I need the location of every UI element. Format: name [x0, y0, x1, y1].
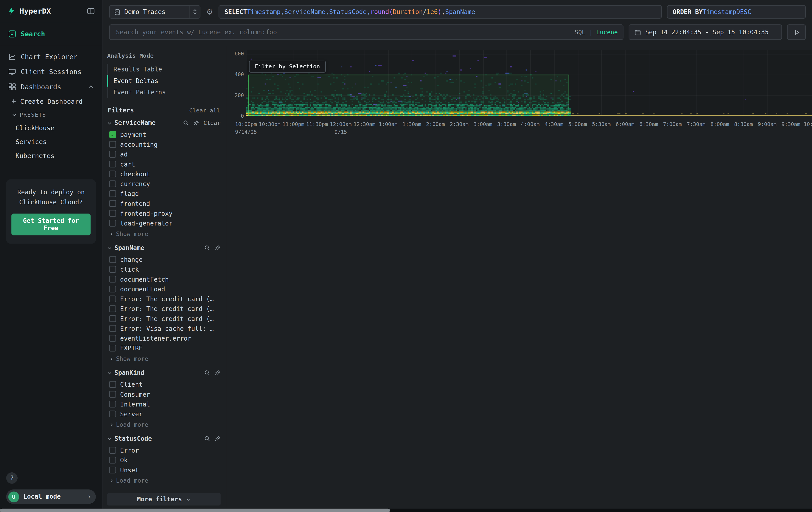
presets-section-toggle[interactable]: PRESETS [0, 108, 102, 121]
facet-more-link[interactable]: Load more [107, 475, 221, 484]
checkbox[interactable] [109, 210, 116, 217]
chevron-down-icon[interactable] [107, 436, 112, 441]
facet-item[interactable]: Server [107, 409, 221, 419]
checkbox[interactable] [109, 170, 116, 177]
facet-item[interactable]: currency [107, 179, 221, 189]
facet-clear-link[interactable]: Clear [203, 119, 221, 126]
checkbox[interactable] [109, 161, 116, 167]
checkbox[interactable] [109, 286, 116, 292]
facet-item[interactable]: cart [107, 159, 221, 169]
facet-item[interactable]: flagd [107, 189, 221, 198]
checkbox[interactable] [109, 391, 116, 398]
facet-item[interactable]: EXPIRE [107, 343, 221, 353]
clear-all-filters-link[interactable]: Clear all [189, 107, 220, 114]
facet-item[interactable]: Error: The credit card (… [107, 304, 221, 314]
facet-pin-icon[interactable] [214, 435, 221, 442]
facet-item[interactable]: Error: Visa cache full: … [107, 323, 221, 333]
order-by-input[interactable]: ORDER BY Timestamp DESC [667, 5, 806, 19]
checkbox[interactable] [109, 180, 116, 187]
checkbox[interactable] [109, 305, 116, 312]
tab-event-patterns[interactable]: Event Patterns [107, 87, 221, 98]
checkbox[interactable] [109, 457, 116, 463]
checkbox[interactable] [109, 276, 116, 282]
chevron-down-icon[interactable] [107, 371, 112, 375]
sidebar-item-dashboards[interactable]: Dashboards [0, 79, 102, 95]
facet-item[interactable]: load-generator [107, 218, 221, 228]
checkbox[interactable] [109, 141, 116, 147]
facet-more-link[interactable]: Show more [107, 228, 221, 238]
facet-item[interactable]: ad [107, 150, 221, 159]
facet-item[interactable]: change [107, 255, 221, 265]
sidebar-item-search[interactable]: Search [0, 22, 102, 46]
tab-results-table[interactable]: Results Table [107, 64, 221, 75]
facet-item[interactable]: Internal [107, 399, 221, 409]
facet-item[interactable]: frontend [107, 198, 221, 208]
preset-item-clickhouse[interactable]: ClickHouse [0, 121, 102, 135]
chart-selection[interactable] [248, 75, 569, 116]
horizontal-scrollbar-thumb[interactable] [0, 509, 390, 512]
checkbox[interactable] [109, 466, 116, 473]
preset-item-kubernetes[interactable]: Kubernetes [0, 149, 102, 163]
checkbox[interactable] [109, 296, 116, 302]
sidebar-item-client-sessions[interactable]: Client Sessions [0, 64, 102, 79]
run-query-button[interactable] [787, 24, 806, 40]
checkbox[interactable] [109, 220, 116, 226]
facet-item[interactable]: Consumer [107, 389, 221, 399]
checkbox[interactable] [109, 325, 116, 332]
facet-item[interactable]: Error [107, 446, 221, 455]
sidebar-item-chart-explorer[interactable]: Chart Explorer [0, 49, 102, 64]
facet-item[interactable]: Client [107, 380, 221, 389]
checkbox[interactable] [109, 266, 116, 273]
checkbox[interactable] [109, 200, 116, 207]
facet-item[interactable]: eventListener.error [107, 333, 221, 343]
facet-item[interactable]: Error: The credit card (… [107, 314, 221, 323]
user-menu[interactable]: U Local mode › [6, 489, 96, 504]
facet-item[interactable]: checkout [107, 169, 221, 179]
facet-pin-icon[interactable] [214, 370, 221, 376]
lucene-mode-toggle[interactable]: Lucene [596, 28, 618, 36]
facet-item[interactable]: accounting [107, 140, 221, 150]
get-started-button[interactable]: Get Started for Free [11, 214, 90, 236]
sql-mode-toggle[interactable]: SQL [575, 28, 585, 36]
chevron-down-icon[interactable] [107, 120, 112, 125]
facet-search-icon[interactable] [183, 120, 189, 126]
facet-item[interactable]: frontend-proxy [107, 208, 221, 218]
facet-search-icon[interactable] [204, 370, 210, 376]
checkbox[interactable] [109, 401, 116, 407]
filter-by-selection-button[interactable]: Filter by Selection [249, 60, 325, 73]
checkbox[interactable] [109, 381, 116, 388]
facet-item[interactable]: Ok [107, 455, 221, 465]
facet-item[interactable]: documentFetch [107, 274, 221, 284]
help-button[interactable]: ? [6, 473, 18, 484]
facet-search-icon[interactable] [204, 435, 210, 442]
select-clause-input[interactable]: SELECT Timestamp, ServiceName, StatusCod… [219, 5, 662, 19]
facet-more-link[interactable]: Load more [107, 419, 221, 428]
facet-more-link[interactable]: Show more [107, 353, 221, 362]
collapse-sidebar-icon[interactable] [87, 7, 95, 15]
search-input[interactable] [115, 28, 571, 36]
facet-item[interactable]: Error: The credit card (… [107, 294, 221, 304]
more-filters-button[interactable]: More filters [107, 493, 221, 506]
checkbox[interactable] [109, 335, 116, 342]
checkbox[interactable] [109, 151, 116, 158]
date-range-picker[interactable]: Sep 14 22:04:35 - Sep 15 10:04:35 [629, 24, 782, 40]
chevron-down-icon[interactable] [107, 246, 112, 250]
preset-item-services[interactable]: Services [0, 135, 102, 149]
facet-pin-icon[interactable] [193, 120, 199, 126]
checkbox[interactable] [109, 447, 116, 454]
source-select[interactable]: Demo Traces [109, 5, 200, 19]
checkbox[interactable] [109, 315, 116, 322]
facet-search-icon[interactable] [204, 245, 210, 251]
create-dashboard-button[interactable]: Create Dashboard [0, 95, 102, 108]
checkbox[interactable] [109, 345, 116, 351]
checkbox[interactable] [109, 256, 116, 263]
source-settings-gear-icon[interactable]: ⚙ [206, 7, 214, 17]
facet-item[interactable]: Unset [107, 465, 221, 475]
checkbox[interactable] [109, 190, 116, 197]
facet-item[interactable]: documentLoad [107, 284, 221, 294]
checkbox[interactable] [109, 411, 116, 417]
tab-event-deltas[interactable]: Event Deltas [107, 75, 221, 87]
facet-pin-icon[interactable] [214, 245, 221, 251]
checkbox[interactable] [109, 131, 116, 138]
facet-item[interactable]: payment [107, 130, 221, 139]
